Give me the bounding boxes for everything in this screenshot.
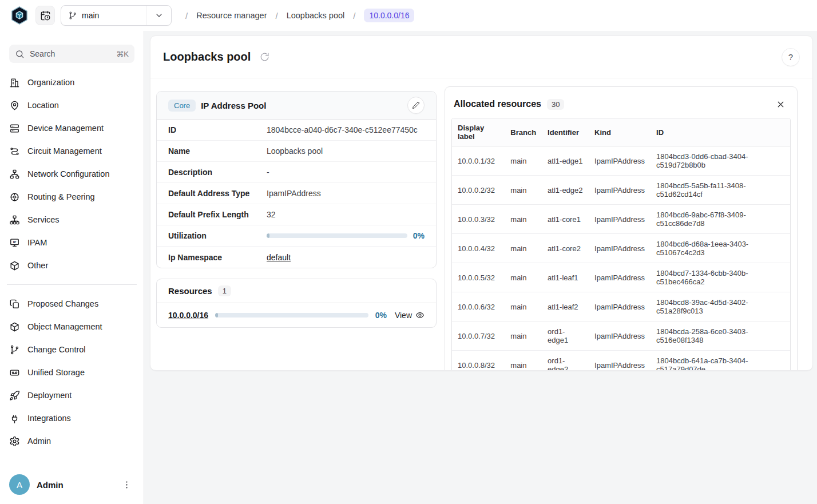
branch-selector-caret[interactable] bbox=[146, 6, 171, 25]
cell-id: 1804bcd8-39ac-4d5d-3402-c51a28f9c013 bbox=[651, 292, 790, 322]
cell-display-label: 10.0.0.8/32 bbox=[452, 351, 505, 371]
help-button[interactable]: ? bbox=[782, 48, 800, 66]
git-branch-icon bbox=[68, 11, 77, 20]
field-row-utilization: Utilization 0% bbox=[157, 225, 436, 247]
sidebar-item-other[interactable]: Other bbox=[0, 254, 144, 277]
infrahub-logo-icon[interactable] bbox=[9, 5, 30, 26]
table-row[interactable]: 10.0.0.4/32mainatl1-core2IpamIPAddress18… bbox=[452, 234, 790, 263]
edit-button[interactable] bbox=[407, 97, 425, 114]
close-icon[interactable] bbox=[772, 96, 788, 112]
cell-id: 1804bcda-258a-6ce0-3403-c516e08f1348 bbox=[651, 322, 790, 351]
table-row[interactable]: 10.0.0.7/32mainord1-edge1IpamIPAddress18… bbox=[452, 322, 790, 351]
network-icon bbox=[9, 169, 20, 180]
cell-branch: main bbox=[505, 263, 542, 292]
field-label: ID bbox=[168, 125, 267, 134]
cell-branch: main bbox=[505, 322, 542, 351]
branch-selector[interactable]: main bbox=[61, 5, 172, 26]
field-value: 1804bcce-a040-d6c7-340e-c512ee77450c bbox=[267, 125, 425, 134]
breadcrumb-loopbacks-pool[interactable]: Loopbacks pool bbox=[287, 11, 345, 20]
dots-vertical-icon bbox=[122, 480, 132, 490]
resource-prefix-link[interactable]: 10.0.0.0/16 bbox=[168, 311, 208, 320]
refresh-icon bbox=[260, 52, 269, 62]
map-pin-icon bbox=[9, 100, 20, 111]
cell-id: 1804bcdb-641a-ca7b-3404-c517a79d07de bbox=[651, 351, 790, 371]
view-label: View bbox=[395, 311, 412, 320]
field-row-ip-namespace: Ip Namespace default bbox=[157, 247, 436, 268]
refresh-icon[interactable] bbox=[256, 49, 272, 65]
sitemap-icon bbox=[9, 215, 20, 225]
cell-id: 1804bcd5-5a5b-fa11-3408-c51d62cd14cf bbox=[651, 176, 790, 205]
sidebar-item-label: Admin bbox=[27, 436, 51, 446]
field-row-name: Name Loopbacks pool bbox=[157, 141, 436, 162]
field-label: Default Address Type bbox=[168, 189, 267, 198]
sidebar-item-admin[interactable]: Admin bbox=[0, 430, 144, 453]
breadcrumb-separator: / bbox=[185, 11, 188, 21]
object-type-title: IP Address Pool bbox=[201, 101, 266, 110]
breadcrumb-resource-manager[interactable]: Resource manager bbox=[196, 11, 267, 20]
table-row[interactable]: 10.0.0.5/32mainatl1-leaf1IpamIPAddress18… bbox=[452, 263, 790, 292]
page-title: Loopbacks pool bbox=[163, 50, 251, 64]
sidebar-item-label: Services bbox=[27, 215, 60, 224]
ip-namespace-link[interactable]: default bbox=[267, 253, 291, 262]
cell-display-label: 10.0.0.2/32 bbox=[452, 176, 505, 205]
sidebar-item-label: Network Configuration bbox=[27, 169, 109, 178]
sidebar-item-unified-storage[interactable]: Unified Storage bbox=[0, 361, 144, 384]
sidebar-item-device-management[interactable]: Device Management bbox=[0, 117, 144, 140]
table-row[interactable]: 10.0.0.2/32mainatl1-edge2IpamIPAddress18… bbox=[452, 176, 790, 205]
sidebar-item-label: Unified Storage bbox=[27, 368, 85, 377]
sidebar-item-proposed-changes[interactable]: Proposed Changes bbox=[0, 292, 144, 315]
cell-branch: main bbox=[505, 351, 542, 371]
search-shortcut: ⌘K bbox=[116, 50, 129, 58]
sidebar-item-location[interactable]: Location bbox=[0, 94, 144, 117]
field-row-default-prefix-length: Default Prefix Length 32 bbox=[157, 204, 436, 225]
resources-count-badge: 1 bbox=[218, 285, 231, 296]
breadcrumb-current-prefix[interactable]: 10.0.0.0/16 bbox=[364, 9, 414, 22]
cell-display-label: 10.0.0.1/32 bbox=[452, 146, 505, 176]
cell-id: 1804bcd3-0dd6-cbad-3404-c519d72b8b0b bbox=[651, 146, 790, 176]
git-branch-icon bbox=[9, 344, 20, 355]
sidebar-item-label: Routing & Peering bbox=[27, 192, 95, 201]
kebab-menu-icon[interactable] bbox=[118, 477, 134, 493]
rocket-icon bbox=[9, 390, 20, 401]
cell-identifier: atl1-leaf1 bbox=[542, 263, 589, 292]
cell-kind: IpamIPAddress bbox=[589, 322, 651, 351]
server-icon bbox=[9, 123, 20, 134]
sidebar-item-integrations[interactable]: Integrations bbox=[0, 407, 144, 430]
cell-id: 1804bcd6-d68a-1eea-3403-c51067c4c2d3 bbox=[651, 234, 790, 263]
sidebar-item-deployment[interactable]: Deployment bbox=[0, 384, 144, 407]
table-row[interactable]: 10.0.0.6/32mainatl1-leaf2IpamIPAddress18… bbox=[452, 292, 790, 322]
view-button[interactable]: View bbox=[395, 311, 425, 320]
cell-display-label: 10.0.0.7/32 bbox=[452, 322, 505, 351]
cell-identifier: ord1-edge1 bbox=[542, 322, 589, 351]
sidebar-item-circuit-management[interactable]: Circuit Management bbox=[0, 140, 144, 162]
sidebar-item-organization[interactable]: Organization bbox=[0, 71, 144, 94]
sidebar-item-change-control[interactable]: Change Control bbox=[0, 338, 144, 361]
calendar-clock-icon bbox=[40, 10, 51, 21]
table-row[interactable]: 10.0.0.3/32mainatl1-core1IpamIPAddress18… bbox=[452, 205, 790, 234]
details-card-header: Core IP Address Pool bbox=[157, 92, 436, 120]
calendar-clock-icon[interactable] bbox=[35, 6, 55, 25]
cell-id: 1804bcd7-1334-6cbb-340b-c51bec466ca2 bbox=[651, 263, 790, 292]
cell-kind: IpamIPAddress bbox=[589, 205, 651, 234]
sidebar-item-ipam[interactable]: IP IPAM bbox=[0, 231, 144, 254]
gear-icon bbox=[9, 436, 20, 447]
cell-kind: IpamIPAddress bbox=[589, 292, 651, 322]
sidebar-item-routing-peering[interactable]: Routing & Peering bbox=[0, 185, 144, 208]
sidebar-item-services[interactable]: Services bbox=[0, 208, 144, 231]
avatar[interactable]: A bbox=[9, 474, 30, 495]
allocated-header: Allocated resources 30 bbox=[451, 94, 791, 118]
table-row[interactable]: 10.0.0.8/32mainord1-edge2IpamIPAddress18… bbox=[452, 351, 790, 371]
plug-icon bbox=[9, 413, 20, 424]
user-row: A Admin bbox=[0, 466, 144, 504]
search-input[interactable]: Search ⌘K bbox=[9, 45, 134, 63]
breadcrumb-separator: / bbox=[353, 11, 355, 21]
sidebar-item-network-configuration[interactable]: Network Configuration bbox=[0, 162, 144, 185]
cell-display-label: 10.0.0.3/32 bbox=[452, 205, 505, 234]
allocated-count-badge: 30 bbox=[547, 99, 564, 110]
utilization-bar-wrap: 0% bbox=[267, 231, 425, 240]
sidebar-item-object-management[interactable]: Object Management bbox=[0, 315, 144, 338]
field-row-id: ID 1804bcce-a040-d6c7-340e-c512ee77450c bbox=[157, 120, 436, 141]
table-row[interactable]: 10.0.0.1/32mainatl1-edge1IpamIPAddress18… bbox=[452, 146, 790, 176]
search-icon bbox=[15, 49, 25, 59]
cell-branch: main bbox=[505, 146, 542, 176]
